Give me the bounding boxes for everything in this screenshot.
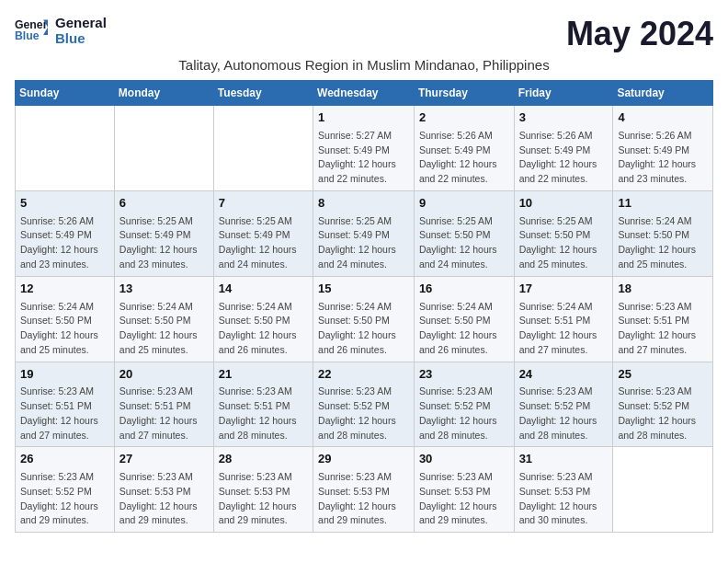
day-number: 18	[618, 281, 708, 298]
day-info: Sunrise: 5:23 AM Sunset: 5:52 PM Dayligh…	[419, 385, 509, 442]
calendar-cell: 3Sunrise: 5:26 AM Sunset: 5:49 PM Daylig…	[514, 106, 613, 191]
day-number: 4	[618, 109, 708, 127]
day-number: 25	[618, 366, 708, 384]
day-info: Sunrise: 5:26 AM Sunset: 5:49 PM Dayligh…	[20, 214, 109, 272]
day-number: 2	[419, 109, 509, 127]
day-info: Sunrise: 5:24 AM Sunset: 5:51 PM Dayligh…	[519, 300, 609, 358]
calendar-cell: 20Sunrise: 5:23 AM Sunset: 5:51 PM Dayli…	[114, 362, 213, 447]
day-info: Sunrise: 5:24 AM Sunset: 5:50 PM Dayligh…	[419, 300, 509, 358]
calendar-cell: 25Sunrise: 5:23 AM Sunset: 5:52 PM Dayli…	[613, 362, 713, 447]
calendar-cell: 31Sunrise: 5:23 AM Sunset: 5:53 PM Dayli…	[514, 447, 613, 533]
day-info: Sunrise: 5:25 AM Sunset: 5:49 PM Dayligh…	[318, 214, 409, 272]
day-number: 5	[20, 195, 109, 213]
day-number: 10	[519, 195, 609, 213]
day-info: Sunrise: 5:23 AM Sunset: 5:51 PM Dayligh…	[618, 300, 708, 358]
calendar-cell: 12Sunrise: 5:24 AM Sunset: 5:50 PM Dayli…	[16, 276, 115, 362]
calendar-cell	[613, 447, 713, 533]
day-number: 13	[119, 281, 209, 298]
day-number: 11	[618, 195, 708, 213]
day-number: 21	[219, 366, 308, 384]
day-number: 8	[318, 195, 409, 213]
day-info: Sunrise: 5:24 AM Sunset: 5:50 PM Dayligh…	[219, 300, 308, 358]
day-info: Sunrise: 5:24 AM Sunset: 5:50 PM Dayligh…	[119, 300, 209, 358]
calendar-cell: 23Sunrise: 5:23 AM Sunset: 5:52 PM Dayli…	[414, 362, 514, 447]
day-info: Sunrise: 5:25 AM Sunset: 5:50 PM Dayligh…	[419, 214, 509, 272]
weekday-header-thursday: Thursday	[414, 81, 514, 106]
day-number: 3	[519, 109, 609, 127]
location-title: Talitay, Autonomous Region in Muslim Min…	[15, 57, 713, 73]
logo-icon: General Blue	[15, 17, 48, 44]
day-number: 28	[219, 451, 308, 468]
calendar-cell: 26Sunrise: 5:23 AM Sunset: 5:52 PM Dayli…	[16, 447, 115, 533]
day-number: 26	[20, 451, 109, 468]
calendar-cell: 11Sunrise: 5:24 AM Sunset: 5:50 PM Dayli…	[613, 190, 713, 276]
logo-general: General	[55, 15, 107, 30]
day-info: Sunrise: 5:25 AM Sunset: 5:50 PM Dayligh…	[519, 214, 609, 272]
day-number: 7	[219, 195, 308, 213]
day-number: 14	[219, 281, 308, 298]
calendar-cell: 8Sunrise: 5:25 AM Sunset: 5:49 PM Daylig…	[313, 190, 415, 276]
day-number: 23	[419, 366, 509, 384]
svg-text:Blue: Blue	[15, 29, 40, 42]
day-info: Sunrise: 5:23 AM Sunset: 5:52 PM Dayligh…	[519, 385, 609, 442]
day-info: Sunrise: 5:26 AM Sunset: 5:49 PM Dayligh…	[519, 129, 609, 187]
calendar-cell: 1Sunrise: 5:27 AM Sunset: 5:49 PM Daylig…	[313, 106, 415, 191]
day-number: 27	[119, 451, 209, 468]
weekday-header-sunday: Sunday	[16, 81, 115, 106]
day-number: 15	[318, 281, 409, 298]
calendar-week-row: 26Sunrise: 5:23 AM Sunset: 5:52 PM Dayli…	[16, 447, 713, 533]
calendar-cell: 5Sunrise: 5:26 AM Sunset: 5:49 PM Daylig…	[16, 190, 115, 276]
day-number: 30	[419, 451, 509, 468]
day-info: Sunrise: 5:23 AM Sunset: 5:53 PM Dayligh…	[419, 470, 509, 528]
day-info: Sunrise: 5:25 AM Sunset: 5:49 PM Dayligh…	[219, 214, 308, 272]
day-info: Sunrise: 5:24 AM Sunset: 5:50 PM Dayligh…	[318, 300, 409, 358]
day-info: Sunrise: 5:23 AM Sunset: 5:53 PM Dayligh…	[119, 470, 209, 528]
day-number: 24	[519, 366, 609, 384]
day-info: Sunrise: 5:23 AM Sunset: 5:51 PM Dayligh…	[20, 385, 109, 442]
calendar-cell: 6Sunrise: 5:25 AM Sunset: 5:49 PM Daylig…	[114, 190, 213, 276]
day-number: 12	[20, 281, 109, 298]
calendar-cell: 13Sunrise: 5:24 AM Sunset: 5:50 PM Dayli…	[114, 276, 213, 362]
day-number: 29	[318, 451, 409, 468]
logo-blue: Blue	[55, 30, 107, 46]
day-number: 9	[419, 195, 509, 213]
calendar-cell: 19Sunrise: 5:23 AM Sunset: 5:51 PM Dayli…	[16, 362, 115, 447]
calendar-cell: 15Sunrise: 5:24 AM Sunset: 5:50 PM Dayli…	[313, 276, 415, 362]
logo: General Blue General Blue	[15, 15, 107, 46]
calendar-cell: 27Sunrise: 5:23 AM Sunset: 5:53 PM Dayli…	[114, 447, 213, 533]
calendar-cell	[213, 106, 313, 191]
calendar-week-row: 1Sunrise: 5:27 AM Sunset: 5:49 PM Daylig…	[16, 106, 713, 191]
calendar-table: SundayMondayTuesdayWednesdayThursdayFrid…	[15, 80, 713, 533]
day-number: 16	[419, 281, 509, 298]
month-title: May 2024	[566, 15, 713, 53]
calendar-cell	[16, 106, 115, 191]
weekday-header-monday: Monday	[114, 81, 213, 106]
day-info: Sunrise: 5:23 AM Sunset: 5:52 PM Dayligh…	[318, 385, 409, 442]
day-info: Sunrise: 5:23 AM Sunset: 5:52 PM Dayligh…	[618, 385, 708, 442]
day-number: 1	[318, 109, 409, 127]
weekday-header-row: SundayMondayTuesdayWednesdayThursdayFrid…	[16, 81, 713, 106]
day-info: Sunrise: 5:26 AM Sunset: 5:49 PM Dayligh…	[419, 129, 509, 187]
day-info: Sunrise: 5:27 AM Sunset: 5:49 PM Dayligh…	[318, 129, 409, 187]
calendar-cell: 10Sunrise: 5:25 AM Sunset: 5:50 PM Dayli…	[514, 190, 613, 276]
calendar-cell: 14Sunrise: 5:24 AM Sunset: 5:50 PM Dayli…	[213, 276, 313, 362]
day-info: Sunrise: 5:23 AM Sunset: 5:53 PM Dayligh…	[219, 470, 308, 528]
calendar-cell: 29Sunrise: 5:23 AM Sunset: 5:53 PM Dayli…	[313, 447, 415, 533]
calendar-body: 1Sunrise: 5:27 AM Sunset: 5:49 PM Daylig…	[16, 106, 713, 533]
weekday-header-wednesday: Wednesday	[313, 81, 415, 106]
day-info: Sunrise: 5:23 AM Sunset: 5:53 PM Dayligh…	[318, 470, 409, 528]
day-number: 22	[318, 366, 409, 384]
calendar-cell: 17Sunrise: 5:24 AM Sunset: 5:51 PM Dayli…	[514, 276, 613, 362]
day-info: Sunrise: 5:23 AM Sunset: 5:51 PM Dayligh…	[219, 385, 308, 442]
day-number: 20	[119, 366, 209, 384]
calendar-cell: 16Sunrise: 5:24 AM Sunset: 5:50 PM Dayli…	[414, 276, 514, 362]
calendar-cell: 2Sunrise: 5:26 AM Sunset: 5:49 PM Daylig…	[414, 106, 514, 191]
day-number: 19	[20, 366, 109, 384]
weekday-header-friday: Friday	[514, 81, 613, 106]
calendar-week-row: 12Sunrise: 5:24 AM Sunset: 5:50 PM Dayli…	[16, 276, 713, 362]
calendar-week-row: 5Sunrise: 5:26 AM Sunset: 5:49 PM Daylig…	[16, 190, 713, 276]
day-info: Sunrise: 5:23 AM Sunset: 5:53 PM Dayligh…	[519, 470, 609, 528]
day-number: 6	[119, 195, 209, 213]
day-info: Sunrise: 5:24 AM Sunset: 5:50 PM Dayligh…	[20, 300, 109, 358]
header: General Blue General Blue May 2024	[15, 15, 713, 53]
